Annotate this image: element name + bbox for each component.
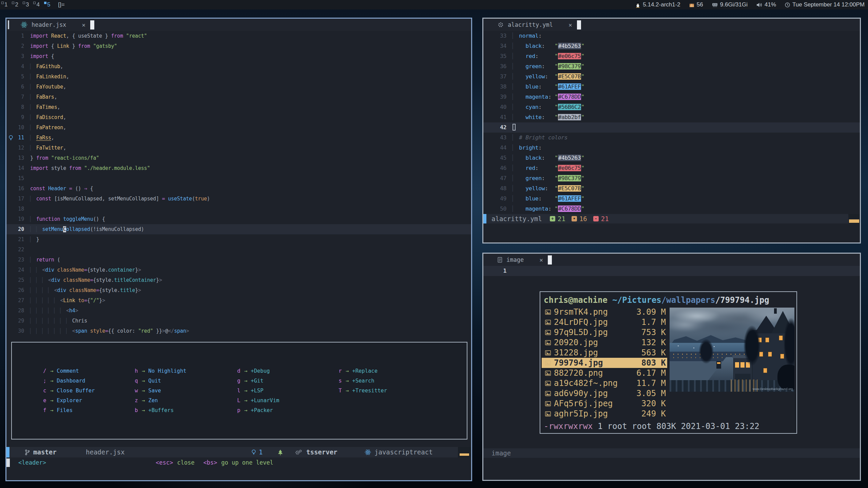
whichkey-binding-save[interactable]: w→Save [134, 386, 186, 396]
file-row[interactable]: ad6v90y.jpg3.05 M [542, 388, 667, 398]
whichkey-binding-comment[interactable]: /→Comment [42, 366, 95, 376]
whichkey-binding--replace[interactable]: r→+Replace [337, 366, 387, 376]
yml-code-area[interactable]: 33▏ normal:34▏ black: "#4b5263"35▏ red: … [483, 31, 860, 214]
diagnostics-indicator[interactable]: 1 [251, 447, 263, 457]
code-line[interactable]: 47▏ green: "#98C379" [483, 173, 860, 183]
code-line[interactable]: 33▏ normal: [483, 31, 860, 41]
code-line[interactable]: 18 [6, 204, 471, 214]
code-line[interactable]: 23▏ return ( [6, 255, 471, 265]
whichkey-binding--lsp[interactable]: l→+LSP [236, 386, 279, 396]
workspace-3[interactable]: 3 [21, 1, 32, 8]
code-line[interactable]: 28▏ ▏ ▏ ▏ ▏ ▏ <h4> [6, 306, 471, 316]
code-line[interactable]: 49▏ blue: "#61AFEF" [483, 194, 860, 204]
code-line[interactable]: 4▏ FaGithub, [6, 61, 471, 72]
code-line[interactable]: 20▏ ▏ setMenuCollapsed(!isMenuCollapsed) [6, 224, 471, 234]
code-line[interactable]: 40▏ cyan: "#56B6C2" [483, 102, 860, 112]
file-row[interactable]: 799794.jpg803 K [542, 358, 667, 368]
whichkey-binding-zen[interactable]: z→Zen [134, 396, 186, 406]
code-line[interactable]: 17▏ const [isMenuCollapsed, setMenuColla… [6, 194, 471, 204]
git-branch[interactable]: master [25, 447, 57, 457]
code-line[interactable]: 1 [483, 266, 860, 276]
code-line[interactable]: 41▏ white: "#abb2bf" [483, 112, 860, 122]
whichkey-binding-files[interactable]: f→Files [42, 406, 95, 415]
code-line[interactable]: 7▏ FaBars, [6, 92, 471, 102]
code-line[interactable]: 3import { [6, 51, 471, 61]
whichkey-binding--search[interactable]: s→+Search [337, 376, 387, 386]
whichkey-binding-no-highlight[interactable]: h→No Highlight [134, 366, 186, 376]
whichkey-binding--packer[interactable]: p→+Packer [236, 406, 279, 415]
code-line[interactable]: 24▏ ▏ <div className={style.container}> [6, 265, 471, 275]
whichkey-binding--treesitter[interactable]: T→+Treesitter [337, 386, 387, 396]
file-row[interactable]: 882720.png6.17 M [542, 368, 667, 378]
code-line[interactable]: 16const Header = () ⇒ { [6, 183, 471, 194]
code-line[interactable]: 39▏ magenta: "#C678DD" [483, 92, 860, 102]
file-row[interactable]: 31228.jpg563 K [542, 348, 667, 358]
file-row[interactable]: AFq5r6j.jpeg320 K [542, 398, 667, 409]
line-number: 9 [15, 112, 30, 122]
workspace-4[interactable]: 4 [32, 1, 42, 8]
file-row[interactable]: aghr5Ip.jpg249 K [542, 409, 667, 419]
code-line[interactable]: 19▏ function toggleMenu() { [6, 214, 471, 224]
code-line[interactable]: 26▏ ▏ ▏ ▏ <div className={style.title}> [6, 285, 471, 295]
whichkey-binding--lunarvim[interactable]: L→+LunarVim [236, 396, 279, 406]
code-line[interactable]: 46▏ red: "#e06c75" [483, 163, 860, 173]
code-line[interactable]: 44▏ bright: [483, 143, 860, 153]
whichkey-binding--git[interactable]: g→+Git [236, 376, 279, 386]
code-line[interactable]: 30▏ ▏ ▏ ▏ ▏ ▏ ▏ <span style={{ color: "r… [6, 326, 471, 336]
file-row[interactable]: 97q9L5D.jpg753 K [542, 327, 667, 337]
whichkey-binding--buffers[interactable]: b→+Buffers [134, 406, 186, 415]
code-line[interactable]: 14import style from "./header.module.les… [6, 163, 471, 173]
tab-close-icon[interactable]: × [568, 21, 572, 28]
code-area[interactable]: 1import React, { useState } from "react"… [6, 31, 471, 336]
code-line[interactable]: 11▏ FaRss, [6, 133, 471, 143]
code-line[interactable]: 36▏ green: "#98C379" [483, 61, 860, 72]
code-line[interactable]: 45▏ black: "#4b5263" [483, 153, 860, 163]
code-line[interactable]: 22 [6, 245, 471, 255]
layout-symbol[interactable]: []= [58, 1, 64, 8]
code-line[interactable]: 43▏ # Bright colors [483, 133, 860, 143]
whichkey-binding-close-buffer[interactable]: c→Close Buffer [42, 386, 95, 396]
tab-alacritty-yml[interactable]: alacritty.yml × [498, 20, 581, 30]
file-row[interactable]: 20920.jpg132 K [542, 337, 667, 348]
code-line[interactable]: 29▏ ▏ ▏ ▏ ▏ ▏ ▏ Chris [6, 316, 471, 326]
kernel-status: 5.14.2-arch1-2 [635, 1, 680, 8]
workspace-5[interactable]: 5 [43, 1, 53, 8]
code-line[interactable]: 38▏ blue: "#61AFEF" [483, 82, 860, 92]
code-line[interactable]: 35▏ red: "#e06c75" [483, 51, 860, 61]
code-line[interactable]: 37▏ yellow: "#E5C07B" [483, 72, 860, 82]
code-line[interactable]: 25▏ ▏ ▏ <div className={style.titleConta… [6, 275, 471, 285]
command-line[interactable]: <leader> <esc>close<bs>go up one level [6, 457, 471, 468]
code-line[interactable]: 42 [483, 122, 860, 133]
workspace-2[interactable]: 2 [11, 1, 21, 8]
code-line[interactable]: 21▏ } [6, 234, 471, 245]
code-line[interactable]: 9▏ FaDiscord, [6, 112, 471, 122]
scroll-indicator[interactable] [458, 447, 471, 457]
file-row[interactable]: a19c482f~.png11.7 M [542, 378, 667, 388]
code-line[interactable]: 27▏ ▏ ▏ ▏ ▏ <Link to={"/"}> [6, 295, 471, 306]
code-line[interactable]: 6▏ FaYoutube, [6, 82, 471, 92]
code-line[interactable]: 8▏ FaTimes, [6, 102, 471, 112]
file-row[interactable]: 24LrDFQ.jpg1.7 M [542, 317, 667, 327]
tab-image[interactable]: image × [498, 255, 552, 265]
code-line[interactable]: 48▏ yellow: "#E5C07B" [483, 183, 860, 194]
whichkey-binding-explorer[interactable]: e→Explorer [42, 396, 95, 406]
image-buffer-area[interactable]: 1 [483, 266, 860, 276]
code-line[interactable]: 15 [6, 173, 471, 183]
code-line[interactable]: 34▏ black: "#4b5263" [483, 41, 860, 51]
code-line[interactable]: 50▏ magenta: "#C678DD" [483, 204, 860, 214]
code-line[interactable]: 12▏ FaTwitter, [6, 143, 471, 153]
code-line[interactable]: 5▏ FaLinkedin, [6, 72, 471, 82]
tab-header-jsx[interactable]: header.jsx × [21, 20, 94, 30]
code-line[interactable]: 2import { Link } from "gatsby" [6, 41, 471, 51]
code-line[interactable]: 10▏ FaPatreon, [6, 122, 471, 133]
workspace-1[interactable]: 1 [0, 1, 11, 8]
code-line[interactable]: 1import React, { useState } from "react" [6, 31, 471, 41]
whichkey-binding--debug[interactable]: d→+Debug [236, 366, 279, 376]
tab-close-icon[interactable]: × [82, 21, 85, 28]
whichkey-binding-quit[interactable]: q→Quit [134, 376, 186, 386]
code-line[interactable]: 13} from "react-icons/fa" [6, 153, 471, 163]
file-row[interactable]: 9rsmTK4.png3.09 M [542, 307, 667, 317]
whichkey-binding-dashboard[interactable]: ;→Dashboard [42, 376, 95, 386]
scroll-indicator[interactable] [848, 214, 860, 223]
tab-close-icon[interactable]: × [539, 256, 543, 263]
